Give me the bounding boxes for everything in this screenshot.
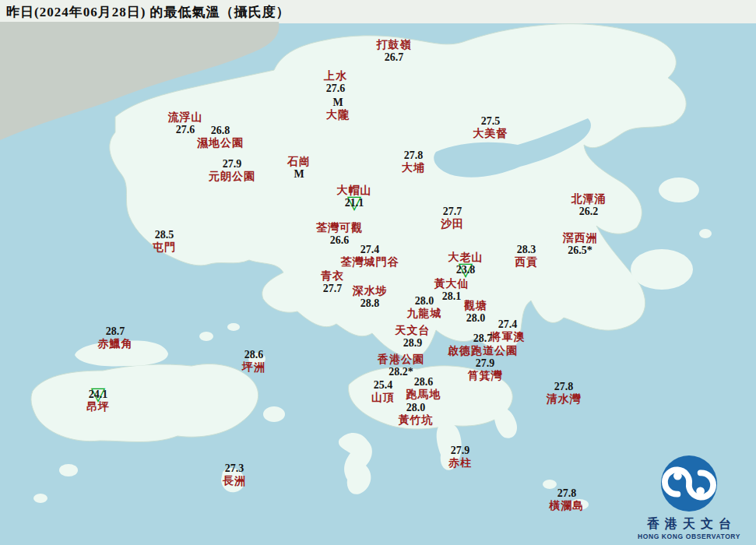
station-name: 山頂	[371, 392, 395, 404]
station-name: 九龍城	[407, 308, 442, 320]
station-value: 26.2	[579, 206, 599, 218]
station-九龍城: 28.0九龍城	[407, 295, 442, 320]
station-上水: 上水27.6	[324, 70, 347, 95]
station-value: ▽24.1	[89, 389, 108, 401]
station-value: 27.8	[557, 487, 577, 500]
station-坪洲: 28.6坪洲	[242, 349, 265, 374]
station-value: 28.0	[415, 295, 434, 308]
station-山頂: 25.4山頂	[371, 379, 395, 404]
station-value: 28.7	[106, 325, 125, 338]
station-value: 26.7	[385, 51, 404, 64]
station-name: 滘西洲	[563, 232, 598, 244]
station-name: 大美督	[473, 128, 508, 140]
station-深水埗: 深水埗28.8	[353, 285, 388, 310]
station-name: 元朗公園	[209, 171, 255, 183]
station-value: 27.3	[225, 462, 244, 475]
island	[576, 262, 601, 280]
station-name: 清水灣	[547, 393, 582, 406]
station-name: 黃竹坑	[399, 414, 434, 427]
station-name: 大埔	[402, 162, 425, 174]
land-lantau-island	[31, 364, 258, 441]
station-value: 27.5	[481, 115, 501, 128]
station-青衣: 青衣27.7	[321, 270, 344, 295]
station-value: 25.4	[374, 379, 393, 392]
island	[59, 464, 78, 476]
station-滘西洲: 滘西洲26.5*	[563, 232, 598, 257]
hko-logo: 香港天文台 HONG KONG OBSERVATORY	[627, 453, 751, 540]
station-value: 27.7	[323, 283, 343, 295]
station-打鼓嶺: 打鼓嶺26.7	[377, 39, 412, 64]
station-value: M	[332, 97, 343, 109]
station-name: 沙田	[441, 218, 464, 230]
station-濕地公園: 26.8濕地公園	[197, 125, 244, 149]
station-name: 長洲	[223, 475, 246, 487]
station-大老山: 大老山▽23.8	[448, 251, 483, 276]
station-橫瀾島: 27.8橫瀾島	[550, 487, 585, 512]
station-value: 28.0	[466, 312, 486, 325]
station-value: 28.1	[442, 290, 462, 303]
station-沙田: 27.7沙田	[441, 206, 464, 230]
station-name: 黃大仙	[434, 278, 469, 290]
station-name: 西貢	[515, 256, 538, 269]
station-啟德跑道公園: 28.7啟德跑道公園	[448, 332, 518, 357]
hko-logo-text-en: HONG KONG OBSERVATORY	[627, 533, 751, 540]
station-value: 27.8	[554, 381, 574, 393]
station-清水灣: 27.8清水灣	[547, 381, 582, 406]
station-name: 打鼓嶺	[377, 39, 412, 51]
station-value: 27.4	[360, 244, 380, 256]
weather-map-page: 昨日(2024年06月28日) 的最低氣溫（攝氏度） 打鼓嶺26.7上水27.6…	[0, 0, 756, 545]
station-name: 青衣	[321, 270, 344, 283]
station-value: 27.9	[223, 158, 242, 171]
station-石崗: 石崗M	[287, 156, 311, 181]
station-value: 28.9	[403, 337, 423, 350]
station-name: 濕地公園	[197, 137, 244, 149]
station-北潭涌: 北潭涌26.2	[571, 193, 607, 218]
station-name: 石崗	[287, 156, 311, 168]
station-屯門: 28.5屯門	[153, 229, 176, 254]
station-元朗公園: 27.9元朗公園	[209, 158, 255, 183]
station-value: 28.0	[406, 402, 426, 414]
island	[699, 229, 712, 238]
island	[199, 332, 213, 341]
station-value: 27.9	[451, 445, 470, 457]
station-value: 28.6	[244, 349, 264, 361]
station-value: 27.8	[404, 149, 424, 162]
page-title: 昨日(2024年06月28日) 的最低氣溫（攝氏度）	[6, 3, 290, 21]
station-荃灣城門谷: 27.4荃灣城門谷	[341, 244, 399, 269]
station-赤柱: 27.9赤柱	[448, 445, 472, 469]
hko-emblem-icon	[659, 453, 719, 514]
station-大隴: M大隴	[326, 97, 350, 121]
station-name: 上水	[324, 70, 347, 83]
station-value: ▽23.8	[456, 264, 476, 276]
station-name: 赤鱲角	[98, 338, 133, 350]
station-跑馬地: 28.6跑馬地	[406, 376, 441, 401]
station-value: M	[294, 168, 304, 181]
station-value: 28.5	[155, 229, 174, 241]
station-value: 26.8	[211, 125, 230, 137]
station-value: 28.6	[414, 376, 434, 389]
station-大帽山: 大帽山▽21.1	[337, 185, 372, 209]
station-赤鱲角: 28.7赤鱲角	[98, 325, 133, 350]
station-大美督: 27.5大美督	[473, 115, 508, 140]
station-昂坪: ▽24.1昂坪	[86, 389, 110, 413]
station-觀塘: 觀塘28.0	[464, 300, 487, 325]
island	[33, 494, 47, 503]
station-name: 深水埗	[353, 285, 388, 297]
station-name: 筲箕灣	[468, 370, 503, 382]
station-value: 28.3	[517, 244, 536, 256]
station-name: 屯門	[153, 241, 176, 254]
island	[263, 406, 285, 422]
station-西貢: 28.3西貢	[515, 244, 538, 269]
station-長洲: 27.3長洲	[223, 462, 246, 487]
station-value: 27.6	[176, 124, 195, 136]
station-value: 28.8	[360, 297, 380, 310]
station-name: 流浮山	[168, 111, 203, 124]
station-name: 荃灣可觀	[316, 222, 363, 234]
station-name: 北潭涌	[571, 193, 607, 206]
station-value: 26.5*	[568, 244, 592, 257]
station-name: 坪洲	[242, 361, 265, 374]
station-value: 27.6	[326, 83, 346, 95]
station-name: 觀塘	[464, 300, 487, 312]
island	[227, 323, 240, 331]
station-name: 香港公園	[378, 353, 424, 366]
